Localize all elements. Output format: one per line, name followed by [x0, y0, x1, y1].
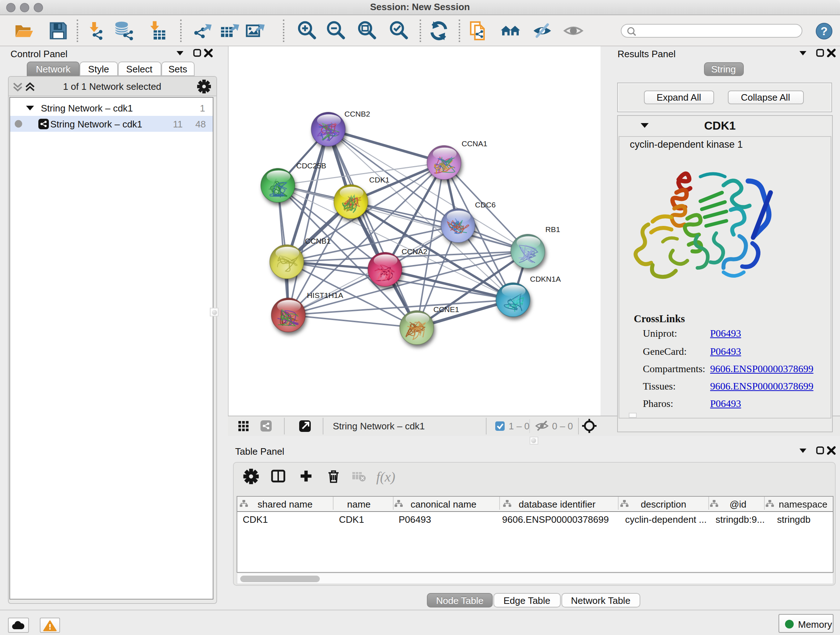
svg-text:CCNA1: CCNA1	[461, 139, 487, 148]
svg-text:1 – 0: 1 – 0	[508, 420, 529, 431]
svg-text:CCNE1: CCNE1	[433, 305, 459, 314]
svg-text:?: ?	[820, 25, 827, 38]
svg-text:CDC6: CDC6	[475, 201, 495, 209]
svg-text:f(x): f(x)	[376, 469, 395, 485]
svg-text:CCNA2: CCNA2	[401, 247, 427, 256]
svg-text:HIST1H1A: HIST1H1A	[306, 291, 343, 299]
svg-text:CCNB1: CCNB1	[305, 237, 330, 245]
svg-text:String Network – cdk1: String Network – cdk1	[332, 420, 424, 431]
svg-text:CDK1: CDK1	[369, 176, 389, 184]
svg-text:0 – 0: 0 – 0	[552, 420, 573, 431]
svg-text:CDKN1A: CDKN1A	[530, 275, 561, 283]
svg-text:CCNB2: CCNB2	[344, 110, 370, 118]
svg-text:CDC25B: CDC25B	[296, 162, 326, 170]
svg-text:RB1: RB1	[545, 225, 560, 233]
